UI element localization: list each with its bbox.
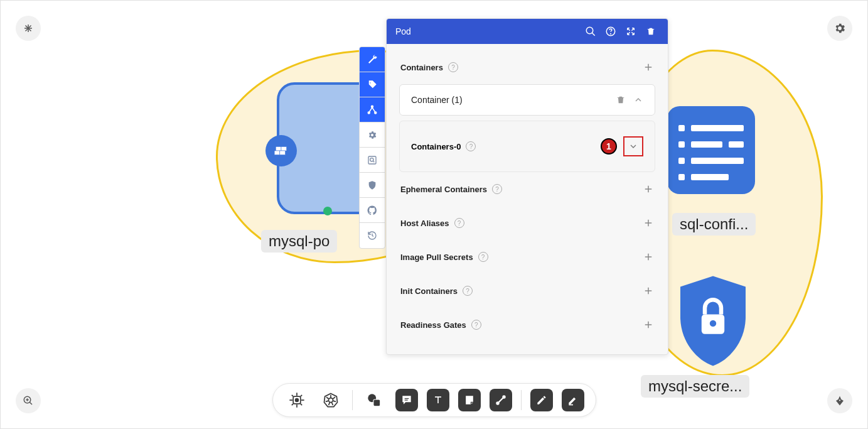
svg-line-19	[372, 107, 375, 112]
expand-icon	[626, 26, 636, 36]
svg-line-45	[291, 395, 292, 396]
tool-github[interactable]	[360, 198, 385, 223]
help-icon[interactable]: ?	[492, 184, 502, 194]
panel-search-button[interactable]	[582, 23, 599, 40]
add-initcontainers-button[interactable]	[643, 285, 654, 296]
container-group-row[interactable]: Container (1)	[400, 85, 655, 115]
settings-button[interactable]	[827, 16, 852, 41]
panel-expand-button[interactable]	[623, 23, 639, 40]
tool-wrench[interactable]	[360, 47, 385, 72]
add-container-button[interactable]	[643, 62, 654, 73]
history-icon	[367, 231, 377, 241]
add-hostaliases-button[interactable]	[643, 217, 654, 229]
svg-line-18	[370, 107, 373, 112]
pen-button[interactable]	[827, 388, 852, 413]
svg-point-26	[611, 33, 611, 34]
help-icon[interactable]: ?	[471, 320, 481, 330]
pod-status-dot	[323, 207, 332, 215]
bt-comment-button[interactable]	[395, 389, 418, 411]
section-containers: Containers?	[399, 50, 655, 84]
svg-point-64	[496, 402, 498, 404]
container-group-title: Container (1)	[411, 95, 608, 105]
svg-rect-9	[276, 147, 281, 151]
svg-line-56	[325, 401, 328, 401]
tag-icon	[367, 79, 378, 90]
collapse-container-button[interactable]	[633, 95, 643, 105]
help-icon[interactable]: ?	[454, 218, 464, 228]
help-icon[interactable]: ?	[466, 141, 476, 151]
svg-line-24	[592, 33, 595, 36]
section-label: Host Aliases	[400, 219, 449, 228]
section-initcontainers: Init Containers?	[399, 274, 655, 308]
github-icon	[367, 205, 378, 216]
svg-line-55	[328, 402, 330, 405]
highlight-icon	[567, 394, 579, 406]
containers-icon	[273, 143, 289, 159]
expand-container-item-button[interactable]	[623, 136, 643, 156]
panel-help-button[interactable]	[603, 23, 619, 40]
wrench-icon	[367, 54, 378, 65]
add-ephemeral-button[interactable]	[643, 183, 654, 195]
pod-panel: Pod Containers? Container (1)	[386, 18, 668, 355]
tool-connections[interactable]	[360, 97, 385, 122]
container-item-card: Containers-0? 1	[399, 121, 655, 172]
connections-icon	[367, 104, 378, 116]
shield-lock-icon	[672, 271, 754, 371]
help-icon[interactable]: ?	[478, 252, 488, 262]
delete-container-button[interactable]	[616, 95, 626, 105]
configmap-node[interactable]	[667, 106, 755, 194]
svg-point-21	[370, 158, 373, 161]
section-hostaliases: Host Aliases?	[399, 206, 655, 240]
panel-delete-button[interactable]	[643, 23, 659, 40]
inspect-icon	[367, 155, 377, 165]
divider	[352, 390, 353, 410]
svg-point-15	[372, 106, 373, 107]
svg-line-52	[332, 397, 335, 399]
bt-cpu-button[interactable]	[284, 388, 309, 413]
pen-nib-icon	[834, 395, 845, 406]
chevron-up-icon	[633, 95, 643, 105]
tool-history[interactable]	[360, 223, 385, 248]
asterisk-button[interactable]	[16, 16, 41, 41]
plus-icon	[643, 285, 654, 296]
bt-shapes-button[interactable]	[362, 388, 387, 413]
plus-icon	[643, 183, 654, 195]
bt-kubernetes-button[interactable]	[318, 388, 343, 413]
bt-note-button[interactable]	[458, 389, 481, 411]
svg-line-46	[300, 395, 301, 396]
svg-rect-12	[280, 151, 286, 155]
svg-line-48	[300, 404, 301, 405]
secret-node[interactable]	[672, 271, 754, 371]
tool-tag[interactable]	[360, 72, 385, 97]
section-label: Ephemeral Containers	[400, 185, 487, 194]
secret-label: mysql-secre...	[641, 375, 749, 398]
shapes-icon	[366, 392, 382, 408]
section-readinessgates: Readiness Gates?	[399, 308, 655, 342]
tool-gear[interactable]	[360, 122, 385, 148]
zoom-in-button[interactable]	[16, 388, 41, 413]
svg-rect-11	[274, 151, 280, 155]
cpu-icon	[288, 391, 306, 409]
shield-icon	[367, 180, 377, 190]
note-icon	[463, 394, 476, 406]
bt-edit-button[interactable]	[530, 389, 553, 411]
error-badge: 1	[601, 138, 617, 155]
bottom-toolbar	[272, 383, 596, 417]
add-readinessgates-button[interactable]	[643, 319, 654, 330]
divider	[521, 390, 522, 410]
bt-highlight-button[interactable]	[562, 389, 584, 411]
plus-icon	[643, 62, 654, 73]
bt-text-button[interactable]	[427, 389, 449, 411]
help-icon[interactable]: ?	[448, 62, 458, 72]
svg-point-16	[368, 112, 370, 114]
tool-inspect[interactable]	[360, 148, 385, 173]
add-imagepullsecrets-button[interactable]	[643, 251, 654, 263]
panel-title: Pod	[395, 26, 579, 36]
svg-line-22	[373, 161, 374, 162]
help-icon[interactable]: ?	[463, 286, 473, 296]
pod-node-label: mysql-po	[261, 230, 337, 253]
search-icon	[585, 26, 596, 37]
section-label: Image Pull Secrets	[400, 253, 473, 262]
tool-shield[interactable]	[360, 173, 385, 198]
bt-connector-button[interactable]	[490, 389, 512, 411]
